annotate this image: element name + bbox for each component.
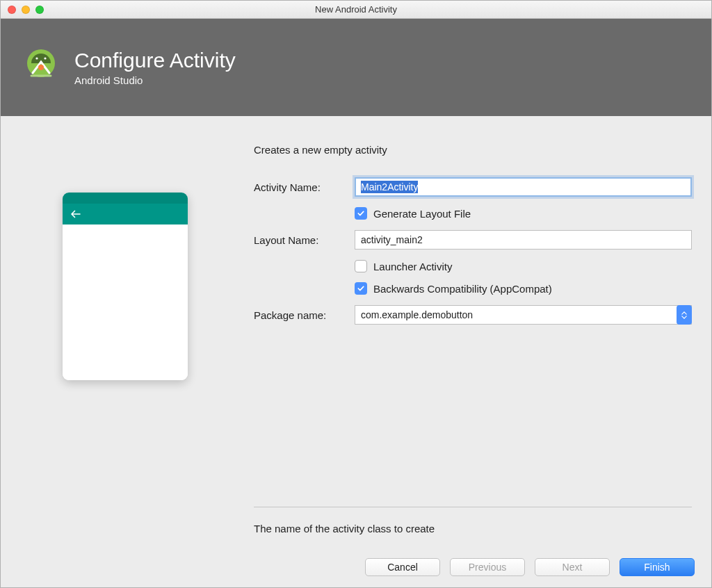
finish-button[interactable]: Finish (620, 558, 695, 576)
layout-name-label: Layout Name: (254, 234, 355, 246)
svg-point-1 (35, 57, 38, 59)
form-intro: Creates a new empty activity (254, 144, 692, 156)
android-studio-icon (20, 47, 62, 88)
phone-statusbar (63, 193, 188, 204)
activity-name-row: Activity Name: Main2Activity (254, 177, 692, 197)
fullscreen-icon[interactable] (35, 6, 44, 14)
generate-layout-label: Generate Layout File (373, 208, 471, 220)
header-subtitle: Android Studio (74, 74, 236, 86)
package-name-select[interactable] (355, 305, 692, 325)
minimize-icon[interactable] (22, 6, 30, 14)
launcher-activity-checkbox[interactable] (355, 260, 367, 272)
traffic-lights (8, 6, 44, 14)
generate-layout-row: Generate Layout File (254, 207, 692, 220)
activity-name-label: Activity Name: (254, 181, 355, 193)
cancel-button[interactable]: Cancel (365, 558, 440, 576)
backwards-compat-checkbox[interactable] (355, 282, 367, 295)
check-icon (357, 209, 365, 218)
check-icon (357, 284, 365, 293)
layout-name-input[interactable] (355, 230, 692, 250)
preview-column (17, 144, 233, 547)
layout-name-row: Layout Name: (254, 229, 692, 250)
form-column: Creates a new empty activity Activity Na… (254, 144, 695, 547)
header-title: Configure Activity (74, 49, 236, 72)
close-icon[interactable] (8, 6, 16, 14)
hint-text: The name of the activity class to create (254, 523, 692, 534)
package-name-row: Package name: (254, 304, 692, 325)
header-text: Configure Activity Android Studio (74, 49, 236, 86)
phone-preview (63, 193, 188, 380)
window-title: New Android Activity (6, 4, 706, 15)
hint-area: The name of the activity class to create (254, 507, 692, 547)
activity-name-input[interactable]: Main2Activity (355, 177, 692, 197)
next-button[interactable]: Next (535, 558, 610, 576)
svg-point-3 (38, 65, 44, 70)
button-bar: Cancel Previous Next Finish (1, 547, 711, 587)
content-area: Creates a new empty activity Activity Na… (1, 116, 711, 547)
dialog-window: New Android Activity Configure Activity … (0, 0, 712, 588)
phone-appbar (63, 204, 188, 224)
launcher-activity-row: Launcher Activity (254, 260, 692, 272)
phone-body (63, 224, 188, 380)
titlebar[interactable]: New Android Activity (1, 1, 711, 19)
previous-button[interactable]: Previous (450, 558, 525, 576)
package-name-label: Package name: (254, 309, 355, 321)
header: Configure Activity Android Studio (1, 19, 711, 116)
svg-point-2 (44, 57, 46, 59)
back-arrow-icon (70, 208, 82, 220)
generate-layout-checkbox[interactable] (355, 207, 367, 220)
backwards-compat-label: Backwards Compatibility (AppCompat) (373, 283, 552, 295)
backwards-compat-row: Backwards Compatibility (AppCompat) (254, 282, 692, 295)
launcher-activity-label: Launcher Activity (373, 261, 452, 272)
